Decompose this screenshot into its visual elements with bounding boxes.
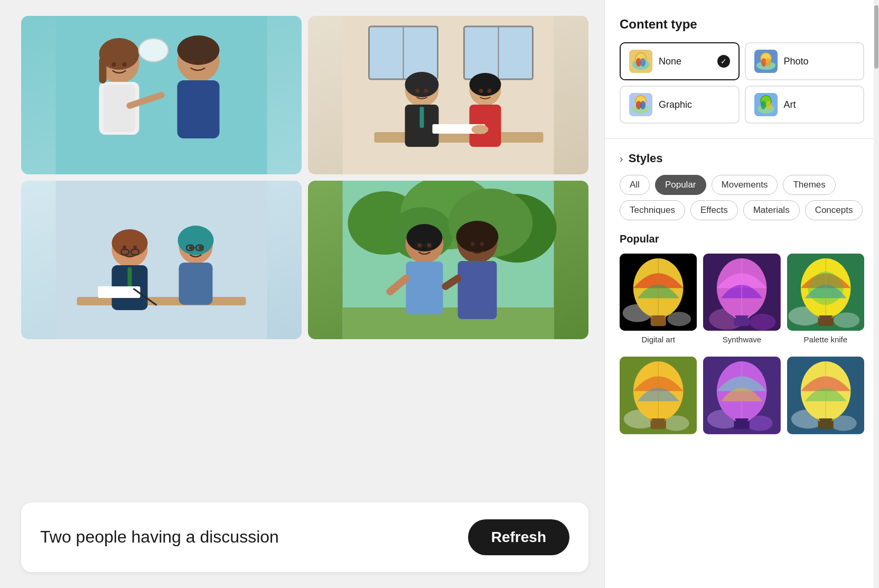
- svg-rect-143: [818, 418, 833, 429]
- result-image-4[interactable]: [308, 181, 588, 339]
- content-type-none-thumb: [629, 50, 652, 73]
- svg-rect-47: [179, 263, 213, 305]
- content-type-title: Content type: [620, 17, 864, 32]
- svg-point-29: [424, 89, 428, 93]
- left-panel: Two people having a discussion Refresh: [0, 0, 604, 588]
- svg-rect-119: [818, 315, 833, 326]
- svg-point-48: [189, 246, 193, 250]
- svg-rect-127: [651, 418, 666, 429]
- style-tag-techniques[interactable]: Techniques: [620, 200, 685, 220]
- svg-point-31: [488, 89, 492, 93]
- styles-title: Styles: [629, 152, 663, 165]
- style-card-more-1[interactable]: [620, 357, 697, 434]
- content-type-graphic[interactable]: Graphic: [620, 86, 740, 124]
- selected-check: ✓: [717, 55, 730, 68]
- style-card-digital-art-thumb: [620, 254, 697, 331]
- content-type-photo-thumb: [754, 50, 778, 73]
- svg-point-91: [640, 101, 646, 109]
- result-image-1[interactable]: [21, 16, 302, 174]
- content-type-grid: None ✓ Photo: [620, 42, 864, 124]
- style-tag-effects[interactable]: Effects: [690, 200, 738, 220]
- content-type-photo[interactable]: Photo: [745, 42, 865, 80]
- result-image-2[interactable]: [308, 16, 588, 174]
- svg-point-46: [178, 226, 214, 255]
- svg-point-49: [199, 246, 202, 250]
- svg-point-74: [480, 242, 484, 246]
- svg-rect-135: [734, 418, 750, 429]
- style-tags: All Popular Movements Themes Techniques …: [620, 175, 864, 220]
- divider: [605, 138, 879, 139]
- style-card-more-2-thumb: [703, 357, 780, 434]
- svg-rect-5: [99, 57, 107, 83]
- style-card-more-3-thumb: [787, 357, 864, 434]
- svg-point-22: [405, 72, 439, 97]
- style-card-more-3[interactable]: [787, 357, 864, 434]
- svg-point-10: [112, 62, 116, 67]
- style-card-digital-art[interactable]: Digital art: [620, 254, 697, 344]
- svg-rect-34: [56, 181, 267, 339]
- scrollbar[interactable]: [874, 0, 879, 588]
- style-tag-movements[interactable]: Movements: [712, 175, 778, 195]
- svg-point-9: [139, 39, 169, 62]
- right-panel: Content type None ✓: [604, 0, 879, 588]
- style-card-synthwave-label: Synthwave: [703, 335, 780, 344]
- svg-point-44: [133, 246, 137, 249]
- svg-rect-53: [98, 286, 141, 298]
- style-card-digital-art-label: Digital art: [620, 335, 697, 344]
- content-type-none[interactable]: None ✓: [620, 42, 740, 80]
- style-card-more-2[interactable]: [703, 357, 780, 434]
- more-cards-grid: [620, 357, 864, 434]
- svg-rect-64: [406, 262, 443, 314]
- svg-point-108: [750, 314, 776, 331]
- content-type-photo-label: Photo: [784, 56, 855, 67]
- style-card-palette-knife-label: Palette knife: [787, 335, 864, 344]
- style-tag-concepts[interactable]: Concepts: [805, 200, 863, 220]
- svg-point-43: [123, 246, 126, 249]
- svg-rect-24: [420, 107, 424, 128]
- svg-point-116: [833, 312, 859, 328]
- style-tag-popular[interactable]: Popular: [655, 175, 706, 195]
- svg-point-8: [177, 35, 220, 65]
- style-card-synthwave-thumb: [703, 254, 780, 331]
- svg-rect-72: [458, 261, 497, 319]
- content-type-art[interactable]: Art: [745, 86, 865, 124]
- svg-point-100: [667, 312, 691, 326]
- style-card-palette-knife[interactable]: Palette knife: [787, 254, 864, 344]
- svg-point-30: [479, 89, 483, 93]
- svg-point-12: [190, 60, 194, 64]
- prompt-box: Two people having a discussion Refresh: [21, 502, 588, 572]
- result-image-3[interactable]: [21, 181, 302, 339]
- svg-rect-61: [343, 307, 554, 339]
- svg-point-71: [456, 221, 499, 253]
- svg-point-73: [471, 242, 475, 246]
- content-type-graphic-label: Graphic: [659, 99, 730, 110]
- svg-point-81: [640, 58, 646, 67]
- style-card-synthwave[interactable]: Synthwave: [703, 254, 780, 344]
- content-type-none-label: None: [659, 56, 711, 67]
- svg-rect-35: [77, 297, 246, 305]
- svg-point-33: [472, 125, 489, 134]
- svg-point-37: [112, 229, 148, 257]
- style-tag-all[interactable]: All: [620, 175, 650, 195]
- style-tag-materials[interactable]: Materials: [743, 200, 800, 220]
- svg-point-13: [202, 60, 206, 64]
- svg-point-63: [407, 224, 443, 251]
- refresh-button[interactable]: Refresh: [468, 519, 569, 555]
- content-type-graphic-thumb: [629, 93, 652, 116]
- svg-rect-39: [128, 267, 132, 287]
- style-card-more-1-thumb: [620, 357, 697, 434]
- chevron-right-icon: ›: [620, 153, 623, 165]
- content-type-art-label: Art: [784, 99, 855, 110]
- svg-point-28: [416, 89, 420, 93]
- svg-point-86: [765, 58, 771, 67]
- svg-point-96: [766, 101, 771, 109]
- content-type-art-thumb: [754, 93, 778, 116]
- svg-point-11: [123, 62, 127, 67]
- image-grid: [21, 16, 588, 339]
- styles-header[interactable]: › Styles: [620, 152, 864, 165]
- style-tag-themes[interactable]: Themes: [783, 175, 835, 195]
- svg-rect-103: [651, 315, 666, 326]
- svg-point-95: [761, 101, 766, 109]
- popular-section-title: Popular: [620, 233, 864, 245]
- svg-rect-111: [734, 315, 750, 326]
